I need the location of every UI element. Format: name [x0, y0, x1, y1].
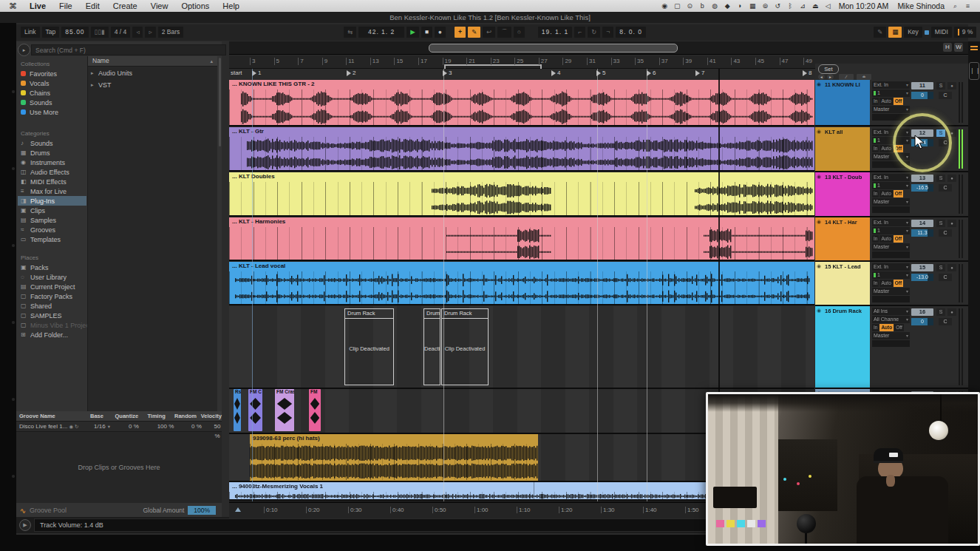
track-fold-icon[interactable]: ◉ [817, 174, 821, 180]
display-icon[interactable]: ▢ [671, 2, 684, 10]
monitor-off-button[interactable]: Off [894, 98, 903, 105]
arm-button[interactable]: ● [947, 308, 956, 316]
follow-button[interactable]: ⇆ [344, 27, 356, 38]
monitor-auto-button[interactable]: Auto [879, 98, 892, 105]
output-select[interactable]: Master▾ [872, 198, 910, 206]
monitor-in-button[interactable]: In [872, 190, 879, 197]
browser-item-audio-units[interactable]: ▸Audio Units [88, 68, 217, 78]
solo-button[interactable]: S [936, 175, 945, 182]
volume-field[interactable]: 0 [911, 318, 933, 325]
zoom-width-button[interactable]: W [954, 43, 963, 52]
monitor-auto-button[interactable]: Auto [879, 324, 894, 331]
collection-item-favorites[interactable]: Favorites [18, 69, 86, 78]
time-machine-icon[interactable]: ↺ [772, 2, 784, 10]
arrangement-position-field[interactable]: 42. 1. 2 [358, 27, 404, 38]
reenable-automation-button[interactable]: ↩ [483, 27, 495, 38]
audio-clip-lane[interactable]: ... KLT - Harmonies [229, 217, 814, 261]
volume-icon[interactable]: ◁ [822, 2, 834, 10]
monitor-auto-button[interactable]: Auto [879, 190, 892, 197]
time-signature-field[interactable]: 4 / 4 [111, 27, 131, 38]
track-header[interactable]: ◉14 KLT - Har [815, 217, 870, 260]
apple-menu-icon[interactable]: ⌘ [0, 1, 23, 11]
menu-create[interactable]: Create [106, 0, 144, 12]
pan-field[interactable]: C [939, 229, 952, 237]
collection-item-vocals[interactable]: Vocals [18, 78, 86, 88]
locator-4[interactable]: 4 [551, 70, 560, 76]
loop-length-field[interactable]: 8. 0. 0 [616, 27, 646, 38]
audio-clip-lane[interactable]: ... KLT - Lead vocal [229, 262, 814, 305]
monitor-in-button[interactable]: In [872, 145, 879, 152]
key-map-button[interactable]: Key [904, 27, 922, 38]
sidecar-icon[interactable]: ▦ [746, 2, 759, 10]
category-item-plug-ins[interactable]: ◨Plug-Ins [18, 196, 86, 206]
hamburger-menu-icon[interactable] [970, 46, 978, 52]
capture-midi-button[interactable]: ⌒ [497, 27, 511, 38]
groove-random-cell[interactable]: 0 % [180, 422, 213, 431]
place-item-minus-vibe-1-project[interactable]: ▢Minus Vibe 1 Project [18, 320, 86, 330]
solo-button[interactable]: S [936, 264, 945, 271]
menu-help[interactable]: Help [216, 0, 246, 12]
groove-refresh-icon[interactable]: ↻ [75, 422, 78, 431]
track-header[interactable]: ◉KLT all [815, 127, 870, 171]
track-header[interactable]: ◉13 KLT - Doub [815, 172, 870, 216]
category-item-midi-effects[interactable]: ◧MIDI Effects [18, 177, 86, 186]
groove-drop-area[interactable]: Drop Clips or Grooves Here [16, 432, 222, 503]
browser-content-header[interactable]: Name ▴ [88, 56, 217, 67]
search-input[interactable] [31, 44, 226, 55]
track-fold-icon[interactable]: ◉ [817, 308, 821, 314]
place-item-current-project[interactable]: ▤Current Project [18, 282, 86, 291]
loop-button[interactable]: ↻ [588, 27, 600, 38]
perc-clip[interactable]: 939098-63 perc (hi hats) [250, 434, 538, 481]
session-record-button[interactable]: ○ [514, 27, 525, 38]
midi-clip[interactable]: FM Cras [275, 389, 294, 431]
groove-quantize-cell[interactable]: 0 % [117, 422, 151, 431]
groove-lock-icon[interactable]: ◉ [69, 422, 73, 431]
place-item-samples[interactable]: ▢SAMPLES [18, 311, 86, 320]
computer-midi-keyboard-button[interactable]: ▦ [888, 27, 902, 38]
track-activator-button[interactable]: 11 [911, 82, 933, 89]
collection-item-use-more[interactable]: Use More [18, 107, 86, 117]
solo-button[interactable]: S [936, 308, 945, 316]
place-item-shared[interactable]: ▢Shared [18, 301, 86, 311]
punch-in-button[interactable]: ⌐ [574, 27, 585, 38]
track-fold-icon[interactable]: ◉ [817, 129, 821, 135]
place-item-add-folder-[interactable]: ⊞Add Folder... [18, 330, 86, 339]
locator-7[interactable]: 7 [695, 70, 704, 76]
input-type-select[interactable]: Ext. In▾ [872, 263, 910, 271]
locator-6[interactable]: 6 [647, 70, 656, 76]
next-locator-button[interactable]: ▸ [827, 74, 834, 80]
output-select[interactable]: Master▾ [872, 106, 910, 113]
input-channel-select[interactable]: 1▾ [872, 89, 910, 97]
signal-icon[interactable]: ⊿ [797, 2, 809, 10]
menubar-user[interactable]: Mike Shinoda [893, 1, 949, 10]
output-select[interactable]: Master▾ [872, 243, 910, 251]
category-item-audio-effects[interactable]: ◫Audio Effects [18, 167, 86, 177]
loop-start-field[interactable]: 19. 1. 1 [538, 27, 572, 38]
nudge-up-button[interactable]: ▹ [145, 27, 155, 38]
volume-field[interactable]: 11.3 [911, 229, 933, 237]
solo-button[interactable]: S [936, 220, 945, 227]
overdub-button[interactable]: + [455, 27, 466, 38]
track-activator-button[interactable]: 15 [911, 264, 933, 271]
add-locator-button[interactable]: ≐ [857, 74, 871, 80]
input-type-select[interactable]: Ext. In▾ [872, 81, 910, 89]
metronome-button[interactable]: ▯▯▮ [91, 27, 109, 38]
automation-arm-button[interactable]: ✎ [468, 27, 480, 38]
pan-field[interactable]: C [939, 318, 952, 325]
browser-scrollbar[interactable] [219, 58, 221, 146]
input-channel-select[interactable]: 1▾ [872, 227, 910, 234]
control-center-icon[interactable]: ≡ [962, 2, 974, 10]
place-item-factory-packs[interactable]: ▢Factory Packs [18, 291, 86, 301]
arm-button[interactable]: ● [947, 82, 956, 89]
monitor-off-button[interactable]: Off [894, 324, 904, 331]
draw-locator-button[interactable]: ∕ [839, 74, 854, 80]
collection-item-sounds[interactable]: Sounds [18, 98, 86, 107]
locator-1[interactable]: 1 [252, 70, 261, 76]
drum-rack-lane[interactable]: Drum RackClip DeactivatedDrum RDeactivDr… [229, 306, 814, 389]
locator-start[interactable]: start [231, 70, 242, 76]
prev-locator-button[interactable]: ◂ [818, 74, 825, 80]
monitor-auto-button[interactable]: Auto [879, 280, 892, 287]
eject-icon[interactable]: ⏏ [809, 2, 822, 10]
drum-rack-clip[interactable]: Drum RackClip Deactivated [441, 308, 489, 385]
monitor-in-button[interactable]: In [872, 324, 879, 331]
